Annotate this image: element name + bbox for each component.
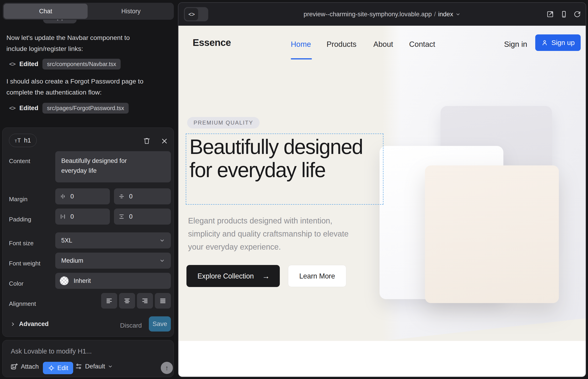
mobile-preview-button[interactable] [560, 10, 568, 18]
nav-products[interactable]: Products [326, 40, 356, 49]
hero-headline[interactable]: Beautifully designed for everyday life [186, 134, 381, 182]
font-size-label: Font size [9, 240, 34, 247]
send-button[interactable]: ↑ [161, 362, 173, 374]
advanced-expander[interactable]: Advanced [10, 320, 49, 328]
mobile-icon [560, 10, 568, 18]
refresh-button[interactable] [573, 10, 581, 18]
align-right-button[interactable] [137, 293, 153, 309]
attach-image-icon [10, 363, 18, 371]
tab-chat[interactable]: Chat [4, 4, 88, 19]
save-button[interactable]: Save [149, 316, 171, 332]
margin-x-input[interactable]: 0 [55, 188, 110, 205]
delete-element-button[interactable] [142, 136, 152, 146]
url-page: index [438, 11, 453, 18]
learn-more-button[interactable]: Learn More [288, 265, 346, 287]
color-swatch [60, 276, 69, 285]
nav-home[interactable]: Home [291, 40, 311, 49]
hero-badge: PREMIUM QUALITY [187, 117, 260, 128]
align-center-icon [124, 297, 130, 304]
tab-history[interactable]: History [89, 4, 173, 19]
padding-label: Padding [9, 216, 31, 223]
alignment-label: Alignment [9, 300, 36, 307]
preview-toolbar: <> preview--charming-site-symphony.lovab… [178, 3, 586, 26]
color-label: Color [9, 280, 23, 287]
padding-x-input[interactable]: 0 [55, 208, 110, 225]
target-icon [48, 364, 55, 371]
chevron-down-icon [159, 258, 165, 263]
model-label: Default [85, 363, 105, 370]
font-size-select[interactable]: 5XL [55, 232, 171, 249]
margin-y-input[interactable]: 0 [114, 188, 171, 205]
padding-y-input[interactable]: 0 [114, 208, 171, 225]
font-weight-value: Medium [61, 257, 83, 264]
attach-label: Attach [21, 363, 39, 370]
code-icon: <> [9, 105, 15, 112]
active-nav-underline [291, 58, 312, 59]
typography-icon: TT [15, 137, 21, 144]
arrow-right-icon: → [262, 272, 270, 280]
edited-file-chip[interactable]: src/components/Navbar.tsx [42, 59, 121, 69]
margin-vertical-icon [119, 193, 124, 199]
chevron-down-icon [455, 12, 461, 17]
sign-up-label: Sign up [551, 39, 575, 47]
color-value: Inherit [74, 277, 91, 284]
explore-collection-label: Explore Collection [198, 272, 254, 280]
content-label: Content [9, 158, 30, 165]
edit-mode-button[interactable]: Edit [43, 362, 73, 374]
nav-about[interactable]: About [373, 40, 393, 49]
font-size-value: 5XL [61, 237, 72, 244]
margin-label: Margin [9, 196, 28, 203]
chat-message: Now let's update the Navbar component to… [6, 32, 144, 54]
edited-label: Edited [19, 105, 38, 112]
align-center-button[interactable] [119, 293, 135, 309]
attach-button[interactable]: Attach [10, 363, 39, 371]
chevron-right-icon [10, 322, 15, 327]
selected-h1-outline[interactable]: Beautifully designed for everyday life [186, 134, 384, 205]
site-logo[interactable]: Essence [193, 37, 231, 48]
padding-horizontal-icon [60, 214, 66, 220]
explore-collection-button[interactable]: Explore Collection → [186, 265, 280, 287]
edited-label: Edited [19, 61, 38, 68]
nav-contact[interactable]: Contact [409, 40, 435, 49]
content-input[interactable]: Beautifully designed for everyday life [55, 151, 171, 182]
align-justify-icon [159, 297, 166, 304]
padding-y-value: 0 [129, 213, 133, 220]
learn-more-label: Learn More [299, 272, 335, 280]
margin-horizontal-icon [60, 193, 66, 199]
align-justify-button[interactable] [155, 293, 171, 309]
close-icon [161, 138, 168, 144]
font-weight-select[interactable]: Medium [55, 253, 171, 269]
chevron-down-icon [159, 238, 165, 243]
edit-label: Edit [57, 364, 68, 372]
hero-description: Elegant products designed with intention… [188, 214, 360, 253]
url-bar[interactable]: preview--charming-site-symphony.lovable.… [178, 3, 586, 26]
arrow-up-icon: ↑ [165, 364, 169, 371]
preview-window: <> preview--charming-site-symphony.lovab… [178, 2, 586, 377]
element-tag: h1 [24, 137, 31, 144]
margin-x-value: 0 [70, 193, 74, 200]
advanced-label: Advanced [19, 320, 49, 328]
content-value: Beautifully designed for everyday life [61, 156, 153, 175]
align-left-button[interactable] [101, 293, 117, 309]
open-in-new-tab-button[interactable] [546, 10, 554, 18]
site-preview: Essence Home Products About Contact Sign… [178, 26, 586, 377]
sign-in-link[interactable]: Sign in [504, 40, 527, 49]
model-selector[interactable]: Default [75, 363, 113, 370]
composer-input[interactable] [10, 346, 157, 357]
chat-composer: Attach Edit Default ↑ [2, 340, 174, 377]
close-inspector-button[interactable] [160, 137, 169, 146]
edited-file-chip[interactable]: src/pages/ForgotPassword.tsx [42, 103, 129, 113]
discard-button[interactable]: Discard [117, 322, 145, 329]
sliders-icon [75, 363, 82, 370]
edited-file-row: <> Edited src/components/Navbar.tsx [9, 58, 121, 70]
sign-up-button[interactable]: Sign up [535, 34, 581, 51]
cream-wedge [383, 316, 586, 341]
trash-icon [143, 137, 151, 145]
edited-file-row: <> Edited src/pages/ForgotPassword.tsx [9, 102, 129, 114]
align-right-icon [141, 297, 148, 304]
chat-history-tabs: Chat History [3, 3, 174, 20]
refresh-icon [573, 10, 581, 18]
color-select[interactable]: Inherit [55, 273, 171, 289]
hero-section: Essence Home Products About Contact Sign… [178, 26, 586, 341]
padding-vertical-icon [119, 214, 124, 220]
